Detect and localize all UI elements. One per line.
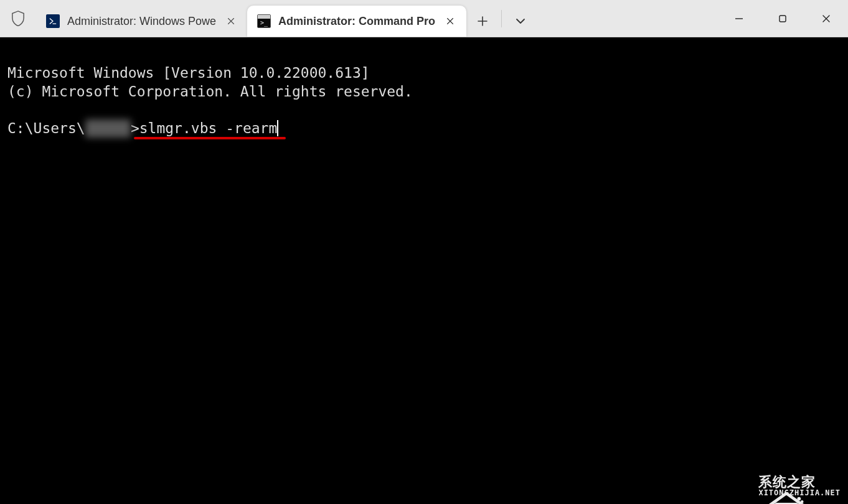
- red-underline-annotation: [134, 137, 286, 139]
- minimize-button[interactable]: [717, 0, 761, 37]
- watermark: 系统之家 XITONGZHIJIA.NET: [715, 473, 841, 499]
- prompt-suffix: >: [131, 120, 139, 136]
- maximize-button[interactable]: [761, 0, 804, 37]
- close-window-button[interactable]: [804, 0, 848, 37]
- prompt-prefix: C:\Users\: [7, 120, 85, 136]
- tab-strip: Administrator: Windows Powe >_ Administr…: [36, 0, 537, 37]
- tab-powershell[interactable]: Administrator: Windows Powe: [36, 6, 247, 37]
- tab-command-prompt[interactable]: >_ Administrator: Command Pro: [247, 6, 466, 37]
- window-controls: [717, 0, 848, 37]
- version-line: Microsoft Windows [Version 10.0.22000.61…: [7, 65, 370, 81]
- prompt-username-blurred: [85, 119, 131, 138]
- svg-point-2: [797, 497, 801, 501]
- house-icon: [715, 473, 753, 499]
- tab-dropdown-button[interactable]: [504, 6, 537, 37]
- tab-divider: [501, 10, 502, 27]
- text-cursor: [277, 120, 278, 136]
- shield-icon: [11, 11, 25, 27]
- terminal-pane[interactable]: Microsoft Windows [Version 10.0.22000.61…: [0, 37, 848, 504]
- tab-title: Administrator: Command Pro: [278, 15, 435, 28]
- watermark-url: XITONGZHIJIA.NET: [758, 489, 841, 497]
- svg-rect-0: [780, 16, 786, 22]
- title-bar: Administrator: Windows Powe >_ Administr…: [0, 0, 848, 37]
- tab-title: Administrator: Windows Powe: [67, 15, 216, 28]
- svg-point-3: [800, 501, 803, 504]
- prompt-line: C:\Users\ >slmgr.vbs -rearm: [7, 119, 278, 138]
- shield-region: [0, 0, 36, 37]
- command-prompt-icon: >_: [257, 14, 271, 28]
- new-tab-button[interactable]: [466, 6, 499, 37]
- watermark-title: 系统之家: [758, 475, 841, 489]
- close-tab-button[interactable]: [224, 14, 238, 29]
- close-tab-button[interactable]: [443, 14, 458, 29]
- typed-command: slmgr.vbs -rearm: [139, 120, 278, 136]
- copyright-line: (c) Microsoft Corporation. All rights re…: [7, 83, 413, 100]
- powershell-icon: [46, 14, 60, 28]
